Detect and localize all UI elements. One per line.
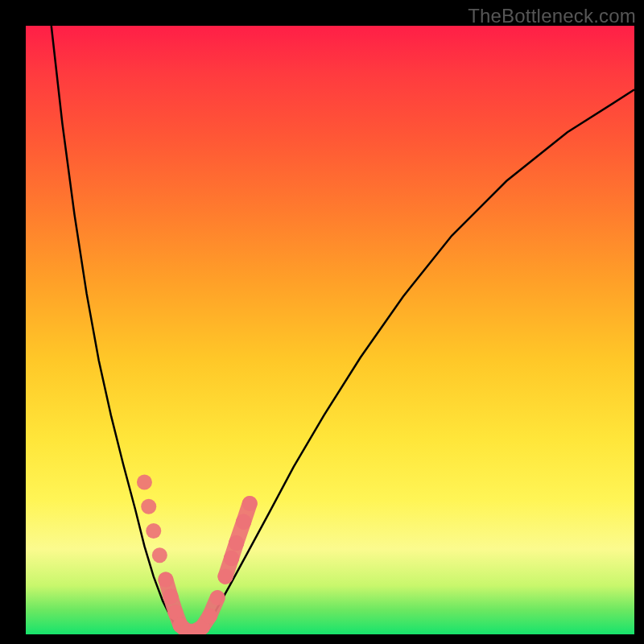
marker-dot — [158, 572, 173, 587]
v-curve-path — [52, 26, 634, 634]
watermark-text: TheBottleneck.com — [468, 5, 636, 27]
marker-dot — [210, 590, 225, 605]
marker-dot — [217, 569, 233, 584]
chart-svg — [26, 26, 634, 634]
marker-dot — [242, 496, 258, 511]
marker-dot — [137, 475, 152, 490]
marker-dot — [163, 589, 178, 605]
bottleneck-curve — [52, 26, 634, 634]
marker-dot — [229, 535, 244, 551]
marker-dot — [224, 551, 239, 566]
plot-area — [26, 26, 634, 634]
marker-dot — [236, 514, 251, 530]
chart-frame: TheBottleneck.com — [0, 0, 644, 644]
marker-dot — [202, 609, 217, 624]
marker-dot — [152, 547, 167, 563]
marker-group — [137, 475, 258, 635]
marker-dot — [146, 523, 161, 539]
marker-dot — [141, 499, 156, 514]
